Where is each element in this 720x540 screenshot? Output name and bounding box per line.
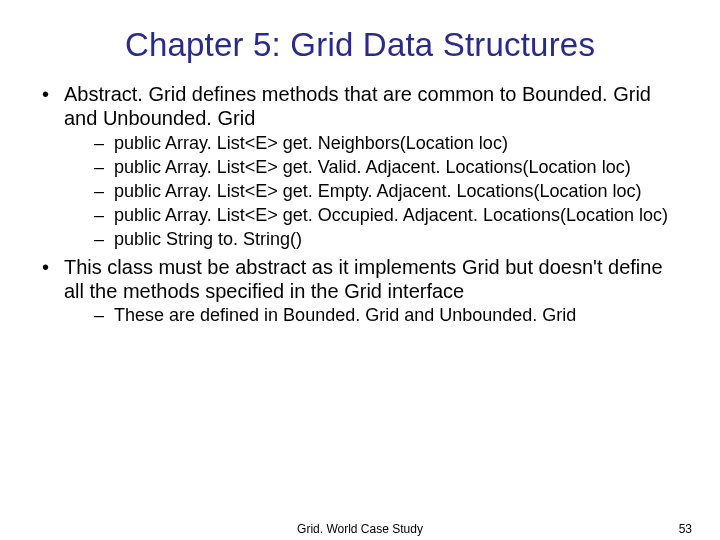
sub-list: These are defined in Bounded. Grid and U…	[64, 305, 680, 327]
sub-bullet-text: These are defined in Bounded. Grid and U…	[114, 305, 576, 325]
sub-list: public Array. List<E> get. Neighbors(Loc…	[64, 133, 680, 251]
sub-bullet-text: public String to. String()	[114, 229, 302, 249]
sub-bullet-text: public Array. List<E> get. Empty. Adjace…	[114, 181, 642, 201]
list-item: public Array. List<E> get. Neighbors(Loc…	[94, 133, 680, 155]
bullet-text: Abstract. Grid defines methods that are …	[64, 83, 651, 129]
sub-bullet-text: public Array. List<E> get. Occupied. Adj…	[114, 205, 668, 225]
list-item: public Array. List<E> get. Empty. Adjace…	[94, 181, 680, 203]
sub-bullet-text: public Array. List<E> get. Valid. Adjace…	[114, 157, 631, 177]
list-item: public Array. List<E> get. Occupied. Adj…	[94, 205, 680, 227]
sub-bullet-text: public Array. List<E> get. Neighbors(Loc…	[114, 133, 508, 153]
list-item: This class must be abstract as it implem…	[40, 255, 680, 328]
slide: Chapter 5: Grid Data Structures Abstract…	[0, 0, 720, 540]
list-item: These are defined in Bounded. Grid and U…	[94, 305, 680, 327]
list-item: Abstract. Grid defines methods that are …	[40, 82, 680, 251]
slide-title: Chapter 5: Grid Data Structures	[0, 0, 720, 74]
list-item: public Array. List<E> get. Valid. Adjace…	[94, 157, 680, 179]
bullet-text: This class must be abstract as it implem…	[64, 256, 663, 302]
page-number: 53	[679, 522, 692, 536]
list-item: public String to. String()	[94, 229, 680, 251]
slide-body: Abstract. Grid defines methods that are …	[0, 74, 720, 327]
footer-center-text: Grid. World Case Study	[0, 522, 720, 536]
bullet-list: Abstract. Grid defines methods that are …	[40, 82, 680, 327]
